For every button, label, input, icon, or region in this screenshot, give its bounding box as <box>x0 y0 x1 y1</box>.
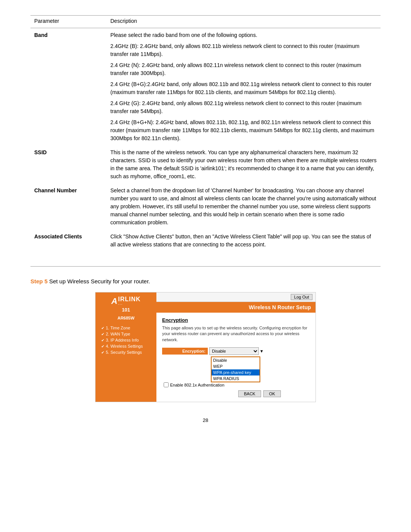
desc-ssid: This is the name of the wireless network… <box>107 145 381 184</box>
nav-item-timezone[interactable]: ✔ 1. Time Zone <box>101 325 151 331</box>
dropdown-option-disable[interactable]: Disable <box>212 357 260 363</box>
encryption-dropdown-open[interactable]: Disable WEP WPA pre-shared key WPA RADIU… <box>211 356 260 382</box>
encryption-label: Encryption: <box>162 348 208 355</box>
dropdown-option-wpa-psk[interactable]: WPA pre-shared key <box>212 369 260 375</box>
router-ui-mockup: A IRLINK ... 101 AR685W ✔ 1. Time Zone ✔ <box>95 292 316 402</box>
router-model: AR685W <box>118 316 135 320</box>
checkmark-icon-5: ✔ <box>101 350 104 355</box>
nav-label-5: 5. Security Settings <box>106 350 142 355</box>
table-row-band: Band Please select the radio band from o… <box>30 28 381 146</box>
page-number: 28 <box>30 417 381 423</box>
router-main-content: Encryption This page allows you to set u… <box>156 313 315 402</box>
checkmark-icon-1: ✔ <box>101 326 104 330</box>
parameter-table: Parameter Description Band Please select… <box>30 15 381 255</box>
checkbox-8021x-label: Enable 802.1x Authentication <box>170 383 225 387</box>
desc-band: Please select the radio band from one of… <box>107 28 381 146</box>
param-ssid: SSID <box>30 145 107 184</box>
dropdown-option-wep[interactable]: WEP <box>212 363 260 369</box>
router-nav: ✔ 1. Time Zone ✔ 2. WAN Type ✔ 3. IP Add… <box>101 325 151 355</box>
col-parameter-header: Parameter <box>30 16 107 28</box>
nav-item-wireless[interactable]: ✔ 4. Wireless Settings <box>101 343 151 349</box>
router-top-bar: Log Out <box>156 292 315 302</box>
checkmark-icon-4: ✔ <box>101 344 104 348</box>
nav-label-4: 4. Wireless Settings <box>106 344 143 348</box>
step5-heading-text: Set up Wireless Security for your router… <box>49 278 150 284</box>
param-band: Band <box>30 28 107 146</box>
logout-button[interactable]: Log Out <box>291 294 312 300</box>
checkbox-8021x[interactable] <box>164 382 169 387</box>
router-logo: A IRLINK ... <box>111 296 140 306</box>
nav-label-3: 3. IP Address Info <box>106 338 139 342</box>
logo-dots: ... <box>118 302 140 305</box>
step5-heading: Step 5 Set up Wireless Security for your… <box>30 278 381 284</box>
nav-item-security[interactable]: ✔ 5. Security Settings <box>101 349 151 355</box>
encryption-form-row: Encryption: Disable ▼ <box>162 347 310 355</box>
checkbox-row-8021x: Enable 802.1x Authentication <box>164 382 310 387</box>
logo-101: 101 <box>122 307 130 313</box>
dropdown-option-wpa-radius[interactable]: WPA RADIUS <box>212 375 260 382</box>
ok-button[interactable]: OK <box>263 390 281 397</box>
param-channel: Channel Number <box>30 184 107 230</box>
back-button[interactable]: BACK <box>238 390 261 397</box>
encryption-select[interactable]: Disable <box>209 347 259 355</box>
nav-item-wantype[interactable]: ✔ 2. WAN Type <box>101 331 151 337</box>
router-title-bar: Wireless N Router Setup <box>156 302 315 313</box>
desc-clients: Click "Show Active Clients" button, then… <box>107 230 381 255</box>
table-row-ssid: SSID This is the name of the wireless ne… <box>30 145 381 184</box>
router-sidebar: A IRLINK ... 101 AR685W ✔ 1. Time Zone ✔ <box>96 292 156 402</box>
button-row: BACK OK <box>238 390 310 397</box>
nav-label-1: 1. Time Zone <box>106 326 130 330</box>
checkmark-icon-3: ✔ <box>101 338 104 342</box>
param-clients: Associated Clients <box>30 230 107 255</box>
router-content: Log Out Wireless N Router Setup Encrypti… <box>156 292 315 402</box>
nav-label-2: 2. WAN Type <box>106 332 130 336</box>
encryption-title: Encryption <box>162 317 310 323</box>
table-row-clients: Associated Clients Click "Show Active Cl… <box>30 230 381 255</box>
checkmark-icon-2: ✔ <box>101 332 104 336</box>
step-label: Step 5 <box>30 278 48 284</box>
col-description-header: Description <box>107 16 381 28</box>
dropdown-arrow: ▼ <box>260 349 264 353</box>
desc-channel: Select a channel from the dropdown list … <box>107 184 381 230</box>
router-header: A IRLINK ... 101 AR685W ✔ 1. Time Zone ✔ <box>96 292 315 402</box>
table-row-channel: Channel Number Select a channel from the… <box>30 184 381 230</box>
encryption-desc: This page allows you to set up the wirel… <box>162 325 310 343</box>
logo-irlink-text: IRLINK <box>118 296 140 302</box>
logo-a-letter: A <box>111 296 117 306</box>
nav-item-ipaddress[interactable]: ✔ 3. IP Address Info <box>101 337 151 343</box>
